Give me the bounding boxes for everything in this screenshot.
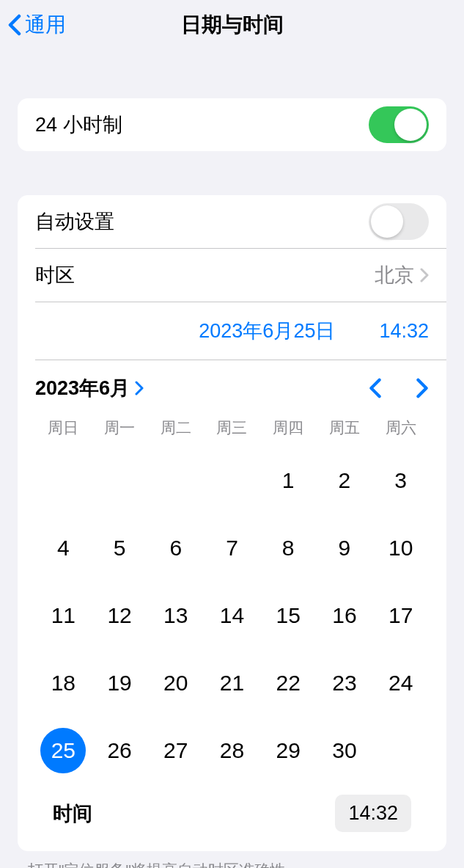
day-cell[interactable]: 14 <box>204 595 260 636</box>
day-cell[interactable]: 28 <box>204 730 260 771</box>
day-cell[interactable]: 8 <box>260 528 317 569</box>
month-nav <box>369 378 429 398</box>
time-row: 时间 14:32 <box>35 786 429 845</box>
twenty-four-hour-row: 24 小时制 <box>18 98 446 151</box>
chevron-right-icon <box>420 268 429 282</box>
switch-thumb <box>394 109 427 141</box>
time-display[interactable]: 14:32 <box>379 320 429 343</box>
day-number: 3 <box>394 468 407 493</box>
auto-set-label: 自动设置 <box>35 208 114 235</box>
day-number: 8 <box>282 536 295 561</box>
time-picker-button[interactable]: 14:32 <box>335 795 411 832</box>
month-label: 2023年6月 <box>35 375 130 401</box>
day-number: 2 <box>339 468 351 493</box>
timezone-value: 北京 <box>375 262 414 288</box>
time-label: 时间 <box>53 800 92 827</box>
day-cell[interactable]: 26 <box>92 730 148 771</box>
day-cell[interactable]: 1 <box>260 460 317 501</box>
day-cell[interactable]: 16 <box>317 595 373 636</box>
day-cell[interactable]: 20 <box>147 663 204 704</box>
day-cell[interactable]: 18 <box>35 663 92 704</box>
day-cell[interactable]: 12 <box>92 595 148 636</box>
weekday-label: 周日 <box>35 417 92 438</box>
auto-set-row: 自动设置 <box>18 195 446 248</box>
day-number: 29 <box>276 738 301 763</box>
day-cell[interactable]: 29 <box>260 730 317 771</box>
days-grid: 1234567891011121314151617181920212223242… <box>35 445 429 786</box>
day-number: 30 <box>332 738 356 763</box>
weekday-header: 周日周一周二周三周四周五周六 <box>35 413 429 445</box>
day-cell[interactable]: 15 <box>260 595 317 636</box>
day-cell[interactable]: 10 <box>372 528 429 569</box>
day-cell[interactable]: 22 <box>260 663 317 704</box>
day-number: 19 <box>107 671 131 696</box>
day-cell[interactable]: 21 <box>204 663 260 704</box>
day-number: 26 <box>107 738 131 763</box>
weekday-label: 周一 <box>92 417 148 438</box>
footer-text: 打开"定位服务"将提高自动时区准确性。 <box>0 851 464 868</box>
day-blank <box>147 460 204 501</box>
day-number: 21 <box>220 671 244 696</box>
date-display[interactable]: 2023年6月25日 <box>199 318 335 344</box>
day-blank <box>35 460 92 501</box>
day-cell[interactable]: 7 <box>204 528 260 569</box>
day-number: 28 <box>220 738 244 763</box>
day-number: 23 <box>332 671 356 696</box>
timezone-label: 时区 <box>35 262 75 288</box>
chevron-right-icon <box>134 381 144 395</box>
day-number: 12 <box>107 603 131 628</box>
date-time-display-row: 2023年6月25日 14:32 <box>18 302 446 360</box>
weekday-label: 周五 <box>317 417 373 438</box>
page-title: 日期与时间 <box>181 11 284 39</box>
day-number: 22 <box>276 671 301 696</box>
prev-month-button[interactable] <box>369 378 382 398</box>
back-button[interactable]: 通用 <box>0 11 66 39</box>
day-cell[interactable]: 11 <box>35 595 92 636</box>
day-number: 17 <box>388 603 413 628</box>
day-cell[interactable]: 5 <box>92 528 148 569</box>
timezone-row[interactable]: 时区 北京 <box>18 249 446 302</box>
day-cell[interactable]: 23 <box>317 663 373 704</box>
nav-header: 通用 日期与时间 <box>0 0 464 50</box>
day-cell[interactable]: 25 <box>35 730 92 771</box>
weekday-label: 周二 <box>147 417 204 438</box>
weekday-label: 周三 <box>204 417 260 438</box>
timezone-disclosure: 北京 <box>375 262 429 288</box>
day-cell[interactable]: 6 <box>147 528 204 569</box>
chevron-left-icon <box>7 14 22 36</box>
day-blank <box>204 460 260 501</box>
day-number: 15 <box>276 603 301 628</box>
day-number: 25 <box>51 738 76 763</box>
month-picker-button[interactable]: 2023年6月 <box>35 375 144 401</box>
settings-group-2: 自动设置 时区 北京 2023年6月25日 14:32 2023年6月 <box>18 195 446 851</box>
day-number: 24 <box>388 671 413 696</box>
day-blank <box>92 460 148 501</box>
day-cell[interactable]: 19 <box>92 663 148 704</box>
day-cell[interactable]: 17 <box>372 595 429 636</box>
day-cell[interactable]: 27 <box>147 730 204 771</box>
day-number: 9 <box>339 536 351 561</box>
day-number: 1 <box>282 468 295 493</box>
day-number: 18 <box>51 671 76 696</box>
day-cell[interactable]: 3 <box>372 460 429 501</box>
day-number: 5 <box>114 536 126 561</box>
auto-set-switch[interactable] <box>369 203 429 240</box>
weekday-label: 周六 <box>372 417 429 438</box>
day-cell[interactable]: 4 <box>35 528 92 569</box>
day-cell[interactable]: 24 <box>372 663 429 704</box>
switch-thumb <box>371 205 403 238</box>
day-cell[interactable]: 9 <box>317 528 373 569</box>
calendar: 2023年6月 周日周一周二周三周四周五周六 12345678910111213… <box>18 360 446 851</box>
day-number: 10 <box>388 536 413 561</box>
day-number: 6 <box>169 536 182 561</box>
day-cell[interactable]: 2 <box>317 460 373 501</box>
day-number: 27 <box>163 738 188 763</box>
twenty-four-hour-switch[interactable] <box>369 106 429 143</box>
day-cell[interactable]: 30 <box>317 730 373 771</box>
day-number: 14 <box>220 603 244 628</box>
day-number: 7 <box>226 536 238 561</box>
day-number: 20 <box>163 671 188 696</box>
day-number: 13 <box>163 603 188 628</box>
next-month-button[interactable] <box>416 378 429 398</box>
day-cell[interactable]: 13 <box>147 595 204 636</box>
